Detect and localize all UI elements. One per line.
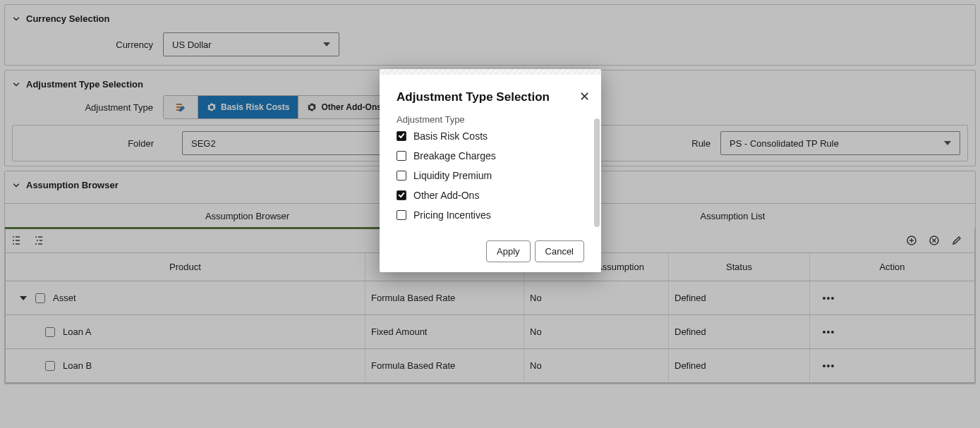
apply-label: Apply <box>497 246 520 257</box>
modal-title: Adjustment Type Selection <box>397 90 584 104</box>
checkbox-icon[interactable] <box>397 210 406 220</box>
modal-scrollbar[interactable] <box>594 118 600 227</box>
modal-option-label: Other Add-Ons <box>413 190 479 201</box>
modal-option-label: Liquidity Premium <box>413 170 492 181</box>
apply-button[interactable]: Apply <box>486 240 531 262</box>
modal-option-label: Basis Risk Costs <box>413 130 488 142</box>
checkbox-icon[interactable] <box>397 131 406 141</box>
checkbox-icon[interactable] <box>397 151 406 161</box>
modal-option-label: Pricing Incentives <box>413 209 491 221</box>
modal-option[interactable]: Breakage Charges <box>397 150 584 161</box>
modal-drag-handle[interactable] <box>380 69 601 75</box>
cancel-label: Cancel <box>545 246 574 257</box>
modal-option[interactable]: Pricing Incentives <box>397 209 584 221</box>
adjustment-type-modal: ✕ Adjustment Type Selection Adjustment T… <box>380 69 601 272</box>
cancel-button[interactable]: Cancel <box>535 240 584 262</box>
modal-option[interactable]: Other Add-Ons <box>397 190 584 201</box>
checkbox-icon[interactable] <box>397 171 406 181</box>
modal-options-list: Basis Risk CostsBreakage ChargesLiquidit… <box>397 130 584 221</box>
modal-sublabel: Adjustment Type <box>397 114 584 125</box>
modal-option-label: Breakage Charges <box>413 150 496 161</box>
modal-footer: Apply Cancel <box>380 224 601 262</box>
modal-option[interactable]: Basis Risk Costs <box>397 130 584 142</box>
close-icon[interactable]: ✕ <box>579 89 590 104</box>
modal-option[interactable]: Liquidity Premium <box>397 170 584 181</box>
checkbox-icon[interactable] <box>397 190 406 200</box>
